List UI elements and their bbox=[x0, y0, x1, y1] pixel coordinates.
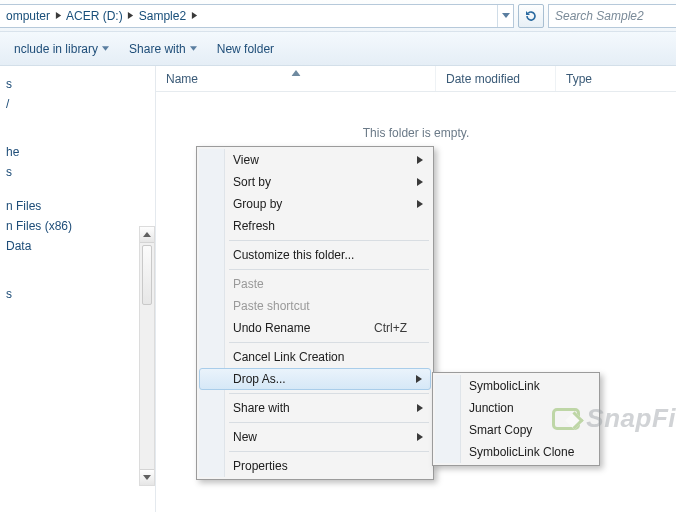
submenu-item-junction[interactable]: Junction bbox=[435, 397, 597, 419]
submenu-item-symboliclink-clone[interactable]: SymbolicLink Clone bbox=[435, 441, 597, 463]
menu-label: Group by bbox=[233, 197, 282, 211]
menu-label: Refresh bbox=[233, 219, 275, 233]
sort-ascending-icon bbox=[291, 65, 300, 79]
tree-item[interactable]: / bbox=[0, 94, 155, 114]
new-folder-button[interactable]: New folder bbox=[207, 38, 284, 60]
empty-message: This folder is empty. bbox=[156, 92, 676, 140]
menu-item-view[interactable]: View bbox=[199, 149, 431, 171]
chevron-right-icon[interactable] bbox=[188, 10, 200, 22]
menu-item-new[interactable]: New bbox=[199, 426, 431, 448]
menu-label: SymbolicLink bbox=[469, 379, 540, 393]
address-bar: omputer ACER (D:) Sample2 Search Sample2 bbox=[0, 0, 676, 32]
submenu-arrow-icon bbox=[417, 401, 423, 415]
menu-separator bbox=[229, 342, 429, 343]
toolbar-label: Share with bbox=[129, 42, 186, 56]
menu-separator bbox=[229, 451, 429, 452]
submenu-arrow-icon bbox=[416, 372, 422, 386]
breadcrumb-item-computer[interactable]: omputer bbox=[4, 9, 52, 23]
menu-item-share-with[interactable]: Share with bbox=[199, 397, 431, 419]
chevron-right-icon[interactable] bbox=[125, 10, 137, 22]
menu-separator bbox=[229, 269, 429, 270]
menu-separator bbox=[229, 393, 429, 394]
scroll-thumb[interactable] bbox=[142, 245, 152, 305]
menu-shortcut: Ctrl+Z bbox=[374, 321, 407, 335]
menu-item-refresh[interactable]: Refresh bbox=[199, 215, 431, 237]
menu-item-customize[interactable]: Customize this folder... bbox=[199, 244, 431, 266]
menu-label: Paste shortcut bbox=[233, 299, 310, 313]
menu-label: Junction bbox=[469, 401, 514, 415]
column-headers: Name Date modified Type bbox=[156, 66, 676, 92]
submenu-drop-as: SymbolicLink Junction Smart Copy Symboli… bbox=[432, 372, 600, 466]
menu-label: New bbox=[233, 430, 257, 444]
nav-scrollbar[interactable] bbox=[139, 226, 155, 486]
column-header-type[interactable]: Type bbox=[556, 66, 676, 91]
toolbar-label: New folder bbox=[217, 42, 274, 56]
breadcrumb[interactable]: omputer ACER (D:) Sample2 bbox=[0, 4, 514, 28]
search-input[interactable]: Search Sample2 bbox=[548, 4, 676, 28]
breadcrumb-item-drive[interactable]: ACER (D:) bbox=[64, 9, 125, 23]
menu-label: SymbolicLink Clone bbox=[469, 445, 574, 459]
menu-label: Share with bbox=[233, 401, 290, 415]
chevron-right-icon[interactable] bbox=[52, 10, 64, 22]
menu-item-group-by[interactable]: Group by bbox=[199, 193, 431, 215]
menu-item-undo-rename[interactable]: Undo RenameCtrl+Z bbox=[199, 317, 431, 339]
column-header-name[interactable]: Name bbox=[156, 66, 436, 91]
submenu-arrow-icon bbox=[417, 175, 423, 189]
navigation-pane: s / he s n Files n Files (x86) Data s bbox=[0, 66, 156, 512]
tree-item[interactable]: n Files (x86) bbox=[0, 216, 155, 236]
scroll-up-icon[interactable] bbox=[140, 227, 154, 243]
menu-item-drop-as[interactable]: Drop As... bbox=[199, 368, 431, 390]
menu-item-sort-by[interactable]: Sort by bbox=[199, 171, 431, 193]
menu-item-cancel-link[interactable]: Cancel Link Creation bbox=[199, 346, 431, 368]
column-label: Date modified bbox=[446, 72, 520, 86]
menu-item-paste-shortcut: Paste shortcut bbox=[199, 295, 431, 317]
submenu-arrow-icon bbox=[417, 430, 423, 444]
tree-item[interactable]: n Files bbox=[0, 196, 155, 216]
tree-item[interactable]: s bbox=[0, 162, 155, 182]
tree-item[interactable]: s bbox=[0, 284, 155, 304]
scroll-down-icon[interactable] bbox=[140, 469, 154, 485]
submenu-arrow-icon bbox=[417, 197, 423, 211]
menu-label: Sort by bbox=[233, 175, 271, 189]
menu-label: Smart Copy bbox=[469, 423, 532, 437]
menu-label: Cancel Link Creation bbox=[233, 350, 344, 364]
submenu-item-smart-copy[interactable]: Smart Copy bbox=[435, 419, 597, 441]
address-dropdown-icon[interactable] bbox=[497, 5, 513, 27]
toolbar: nclude in library Share with New folder bbox=[0, 32, 676, 66]
menu-label: Customize this folder... bbox=[233, 248, 354, 262]
tree-item[interactable]: s bbox=[0, 74, 155, 94]
menu-item-paste: Paste bbox=[199, 273, 431, 295]
toolbar-label: nclude in library bbox=[14, 42, 98, 56]
column-header-date[interactable]: Date modified bbox=[436, 66, 556, 91]
share-with-button[interactable]: Share with bbox=[119, 38, 207, 60]
menu-label: View bbox=[233, 153, 259, 167]
menu-label: Paste bbox=[233, 277, 264, 291]
submenu-arrow-icon bbox=[417, 153, 423, 167]
submenu-item-symboliclink[interactable]: SymbolicLink bbox=[435, 375, 597, 397]
menu-separator bbox=[229, 422, 429, 423]
menu-label: Properties bbox=[233, 459, 288, 473]
column-label: Name bbox=[166, 72, 198, 86]
include-in-library-button[interactable]: nclude in library bbox=[4, 38, 119, 60]
menu-item-properties[interactable]: Properties bbox=[199, 455, 431, 477]
refresh-button[interactable] bbox=[518, 4, 544, 28]
menu-separator bbox=[229, 240, 429, 241]
breadcrumb-item-folder[interactable]: Sample2 bbox=[137, 9, 188, 23]
context-menu: View Sort by Group by Refresh Customize … bbox=[196, 146, 434, 480]
menu-label: Drop As... bbox=[233, 372, 286, 386]
menu-label: Undo Rename bbox=[233, 321, 310, 335]
tree-item[interactable]: Data bbox=[0, 236, 155, 256]
tree-item[interactable]: he bbox=[0, 142, 155, 162]
search-placeholder: Search Sample2 bbox=[555, 9, 644, 23]
column-label: Type bbox=[566, 72, 592, 86]
